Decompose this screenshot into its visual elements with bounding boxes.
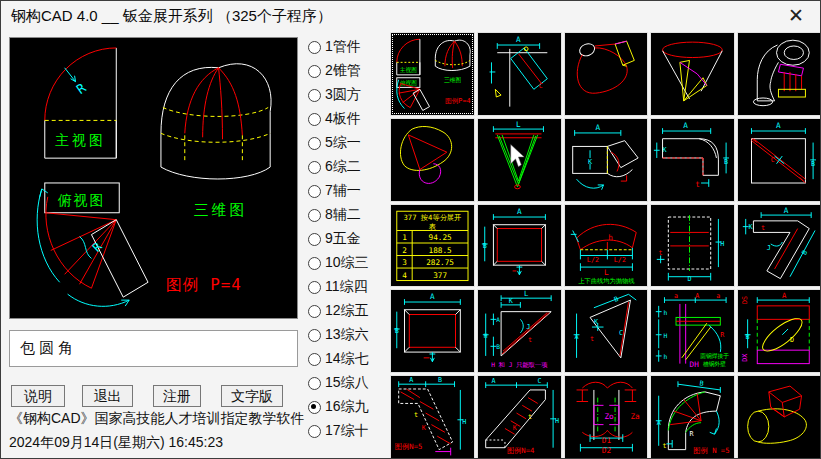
- exit-button[interactable]: 退出: [82, 385, 133, 407]
- thumbnail-tee-cylinder[interactable]: [737, 375, 821, 459]
- radio-item-9[interactable]: 9五金: [308, 227, 388, 251]
- radio-item-12[interactable]: 12综五: [308, 299, 388, 323]
- dim-label: D1: [601, 436, 611, 445]
- dim-label: A: [516, 35, 521, 44]
- table-title: 377 按4等分展开: [403, 212, 461, 221]
- radio-item-5[interactable]: 5综一: [308, 131, 388, 155]
- radio-item-16[interactable]: 16综九: [308, 395, 388, 419]
- mini-preview-drawing: 主视图 三维图 俯视图 图例P=4: [391, 33, 474, 115]
- thumbnail-triangle-plate-2[interactable]: B K t A C: [564, 289, 649, 373]
- elbow-pipe-drawing: [738, 33, 821, 115]
- thumbnail-triangle-plate-1[interactable]: L K J t A H B H 和 J 只能取一项: [477, 289, 562, 373]
- thumbnail-elbow-n5[interactable]: B A R t 图例 N =5: [650, 375, 735, 459]
- radio-item-4[interactable]: 4板件: [308, 107, 388, 131]
- thumbnail-beam-joint[interactable]: a A a h H h R DH 圆钢焊接于 槽钢外壁: [650, 289, 735, 373]
- dim-label: Zo: [604, 412, 614, 421]
- thumbnail-cylinder-plate[interactable]: H D t: [650, 204, 735, 288]
- arc-band-drawing: h L/2 L/2 L 上下曲线均为抛物线: [565, 205, 648, 287]
- thumbnail-v-funnel[interactable]: L: [477, 118, 562, 202]
- thumbnail-cone-blob[interactable]: [564, 32, 649, 116]
- thumbnail-plate-ellipse[interactable]: DS A B D DX: [737, 289, 821, 373]
- radio-item-1[interactable]: 1管件: [308, 35, 388, 59]
- thumbnail-bend-duct[interactable]: A K: [564, 118, 649, 202]
- radio-circle: [308, 89, 321, 102]
- thumbnail-elbow-duct[interactable]: A K B t: [650, 118, 735, 202]
- radio-item-3[interactable]: 3圆方: [308, 83, 388, 107]
- text-version-button[interactable]: 文字版: [221, 385, 283, 407]
- dim-label: t: [528, 413, 532, 421]
- thumbnail-elbow-pipe[interactable]: [737, 32, 821, 116]
- radio-item-14[interactable]: 14综七: [308, 347, 388, 371]
- caption-text: 上下曲线均为抛物线: [578, 277, 634, 285]
- radio-label: 16综九: [325, 398, 369, 416]
- dim-label: t: [590, 335, 594, 343]
- table-cell: 188.5: [429, 245, 453, 254]
- close-icon[interactable]: ✕: [788, 4, 804, 27]
- r-label-top: R: [90, 239, 106, 255]
- dim-label: DS: [741, 296, 749, 304]
- r-label-front: R: [74, 80, 89, 97]
- radio-item-11[interactable]: 11综四: [308, 275, 388, 299]
- thumbnail-slant-tube[interactable]: A C: [477, 32, 562, 116]
- dim-label: B: [746, 333, 750, 341]
- radio-item-10[interactable]: 10综三: [308, 251, 388, 275]
- table-cell: 282.75: [426, 258, 454, 267]
- radio-item-13[interactable]: 13综六: [308, 323, 388, 347]
- thumbnail-plate-diagonal[interactable]: A C B: [737, 118, 821, 202]
- radio-label: 6综二: [325, 158, 361, 176]
- command-input[interactable]: 包 圆 角: [9, 330, 298, 367]
- elbow-n5-drawing: B A R t 图例 N =5: [651, 376, 734, 458]
- thumbnail-rect-plate-1[interactable]: A B: [477, 204, 562, 288]
- table-cell: 1: [402, 233, 407, 242]
- dim-label: B: [438, 376, 442, 384]
- radio-item-6[interactable]: 6综二: [308, 155, 388, 179]
- radio-label: 2锥管: [325, 62, 361, 80]
- table-cell: 377: [433, 270, 447, 279]
- dim-label: C: [771, 156, 775, 164]
- thumbnail-oblique-cone[interactable]: [390, 118, 475, 202]
- dim-label: R: [690, 430, 695, 438]
- thumbnail-ladder-frame-n4[interactable]: A C H t K 图例N=4: [477, 375, 562, 459]
- dim-label: R: [721, 331, 726, 339]
- caption-text: H 和 J 只能取一项: [491, 362, 548, 370]
- thumbnail-rect-plate-2[interactable]: A B: [390, 289, 475, 373]
- thumbnail-flange-pair[interactable]: Zo Za D1 D2: [564, 375, 649, 459]
- dim-label: C: [538, 82, 542, 90]
- dim-label: L: [604, 267, 609, 276]
- rect-plate-2-drawing: A B: [391, 290, 474, 372]
- thumbnail-seven-plate[interactable]: A t K J B: [737, 204, 821, 288]
- dim-label: t: [761, 224, 765, 232]
- radio-circle: [308, 185, 321, 198]
- thumbnail-ladder-frame-n5[interactable]: A B H t K 图例N=5: [390, 375, 475, 459]
- help-button[interactable]: 说明: [11, 385, 65, 407]
- table-cell: 94.25: [429, 233, 453, 242]
- dim-label: J: [526, 323, 530, 331]
- thumbnail-arc-band[interactable]: h L/2 L/2 L 上下曲线均为抛物线: [564, 204, 649, 288]
- plate-ellipse-drawing: DS A B D DX: [738, 290, 821, 372]
- thumbnail-selected-preview[interactable]: 主视图 三维图 俯视图 图例P=4: [390, 32, 475, 116]
- dim-label: D2: [601, 446, 610, 455]
- radio-item-7[interactable]: 7辅一: [308, 179, 388, 203]
- beam-joint-drawing: a A a h H h R DH 圆钢焊接于 槽钢外壁: [651, 290, 734, 372]
- radio-item-15[interactable]: 15综八: [308, 371, 388, 395]
- dim-label: h: [608, 233, 613, 242]
- register-button[interactable]: 注册: [153, 385, 201, 407]
- dim-label: h: [664, 353, 668, 360]
- thumbnail-division-table[interactable]: 377 按4等分展开 表 1 94.25 2 188.5 3 282.75 4 …: [390, 204, 475, 288]
- thumbnail-funnel-cone[interactable]: [650, 32, 735, 116]
- dim-label: t: [659, 248, 663, 256]
- dim-label: A: [517, 207, 522, 216]
- flange-pair-drawing: Zo Za D1 D2: [565, 376, 648, 458]
- dim-label: K: [422, 425, 427, 433]
- title-bar: 钢构CAD 4.0 __ 钣金展开系列 （325个子程序） ✕: [1, 1, 820, 31]
- dim-label: A: [430, 293, 435, 302]
- dim-label: K: [663, 146, 668, 154]
- radio-item-2[interactable]: 2锥管: [308, 59, 388, 83]
- radio-label: 5综一: [325, 134, 361, 152]
- main-view-label: 主视图: [55, 132, 106, 148]
- dim-label: L: [516, 120, 521, 129]
- triangle-plate-1-drawing: L K J t A H B H 和 J 只能取一项: [478, 290, 561, 372]
- radio-item-17[interactable]: 17综十: [308, 419, 388, 443]
- radio-circle: [308, 425, 321, 438]
- radio-item-8[interactable]: 8辅二: [308, 203, 388, 227]
